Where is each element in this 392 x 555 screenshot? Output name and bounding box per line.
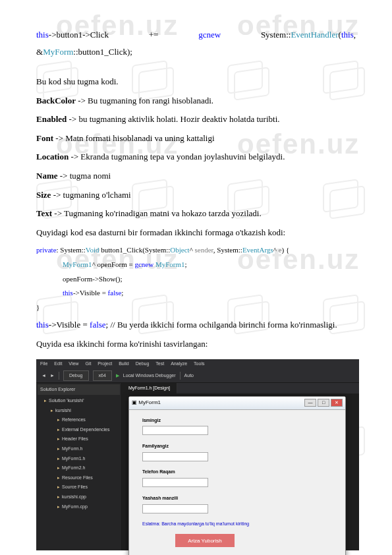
menu-tools[interactable]: Tools	[194, 360, 204, 368]
prop-text: Text -> Tugmaning ko'rinadigan matni va …	[36, 204, 356, 223]
code-block-line5: }	[36, 302, 356, 314]
tree-item[interactable]: ▸kursishi	[38, 406, 120, 416]
kw-this: this	[63, 289, 73, 297]
kw-gcnew: gcnew	[134, 260, 154, 268]
type-myform: MyForm	[43, 47, 73, 57]
auto-label: Auto	[184, 372, 194, 380]
kw-private: private	[36, 246, 57, 254]
tree-item[interactable]: ▸Solution 'kursishi'	[38, 396, 120, 406]
platform-dropdown[interactable]: x64	[93, 370, 112, 382]
nav-fwd-icon[interactable]: ►	[50, 372, 55, 380]
type-void: Void	[86, 246, 99, 254]
code-text: ->Visible =	[49, 320, 90, 330]
maximize-button[interactable]: □	[318, 399, 329, 407]
code-text: System::	[261, 30, 291, 40]
code-line-1: this->button1->Click += gcnew System::Ev…	[36, 26, 356, 44]
solution-explorer-title: Solution Explorer	[38, 384, 120, 395]
tree-item[interactable]: ▸kursishi.cpp	[38, 492, 120, 502]
tree-item[interactable]: ▸Resource Files	[38, 473, 120, 483]
paragraph-3: Quyida esa ikkinchi forma ko'rinishi tas…	[36, 335, 356, 354]
code-text: ->Visible =	[73, 289, 108, 297]
vs-toolbar: ◄ ► Debug x64 ▶ Local Windows Debugger A…	[36, 370, 359, 383]
type-object: Object	[170, 246, 189, 254]
menu-project[interactable]: Project	[98, 360, 112, 368]
menu-analyze[interactable]: Analyze	[171, 360, 187, 368]
kw-this: this	[36, 30, 49, 40]
prop-desc: -> Ekranda tugmaning tepa va yondan joyl…	[69, 152, 285, 161]
code-text: ->button1->Click	[49, 30, 109, 40]
code-text: ,	[354, 30, 356, 40]
winform-title-text: ▣ MyForm1	[132, 398, 161, 407]
nav-back-icon[interactable]: ◄	[42, 372, 46, 380]
type-eventargs: EventArgs	[242, 246, 273, 254]
tree-item[interactable]: ▸External Dependencies	[38, 425, 120, 435]
prop-font: Font -> Matn formati hisoblanadi va unin…	[36, 129, 356, 148]
tab-myform1-design[interactable]: MyForm1.h [Design]	[122, 383, 177, 394]
config-dropdown[interactable]: Debug	[63, 370, 89, 382]
paragraph-2: Quyidagi kod esa dasturni bir formadan i…	[36, 223, 356, 243]
input-surname[interactable]	[142, 452, 208, 461]
code-text: ;	[121, 289, 123, 297]
prop-desc: -> tugma nomi	[58, 171, 111, 181]
menu-edit[interactable]: Edit	[54, 360, 62, 368]
comment-text: ; // Bu yerda ikkichi forma ochilganda b…	[106, 320, 337, 330]
prop-name-prop: Name -> tugma nomi	[36, 167, 356, 186]
prop-name: Location	[36, 152, 69, 161]
code-text: ^ openForm =	[92, 260, 135, 268]
minimize-button[interactable]: —	[304, 399, 316, 407]
code-text: ;	[185, 260, 187, 268]
prop-location: Location -> Ekranda tugmaning tepa va yo…	[36, 148, 356, 167]
input-address[interactable]	[142, 504, 208, 513]
code-text: , System::	[213, 246, 242, 254]
prop-name: BackColor	[36, 96, 76, 105]
prop-enabled: Enabled -> bu tugmaning aktivlik holati.…	[36, 110, 356, 129]
prop-desc: -> tugmaning o'lchami	[51, 190, 130, 200]
code-line-2: &MyForm::button1_Click);	[36, 44, 356, 61]
menu-git[interactable]: Git	[85, 360, 91, 368]
code-text: button1_Click(System::	[99, 246, 170, 254]
run-button[interactable]: Local Windows Debugger	[123, 372, 176, 380]
menu-test[interactable]: Test	[155, 360, 164, 368]
document-body: this->button1->Click += gcnew System::Ev…	[0, 0, 392, 555]
tree-item[interactable]: ▸Header Files	[38, 434, 120, 444]
code-text: ^	[273, 246, 279, 254]
type-myform1: MyForm1	[63, 260, 92, 268]
code-block-line4: this->Visible = false;	[36, 287, 356, 299]
input-name[interactable]	[142, 426, 208, 435]
tree-item[interactable]: ▸MyForm2.h	[38, 463, 120, 473]
designer-area: MyForm1.h [Design] ▣ MyForm1 — □ ✕ Ismin…	[122, 383, 359, 550]
prop-size: Size -> tugmaning o'lchami	[36, 186, 356, 205]
close-button[interactable]: ✕	[331, 399, 343, 407]
paragraph: Bu kod shu tugma kodi.	[36, 73, 356, 92]
label-address: Yashash manzili	[142, 494, 332, 503]
tree-item[interactable]: ▸MyForm.h	[38, 444, 120, 454]
label-name: Ismingiz	[142, 417, 332, 425]
menu-file[interactable]: File	[40, 360, 47, 368]
winform-body: Ismingiz Familyangiz Telefon Raqam	[129, 410, 345, 554]
code-text: ^	[190, 246, 195, 254]
type-myform1: MyForm1	[155, 260, 185, 268]
editor-tabs: MyForm1.h [Design]	[122, 383, 359, 394]
prop-name: Name	[36, 171, 58, 181]
prop-desc: -> Tugmaning ko'rinadigan matni va hokaz…	[52, 208, 262, 218]
tree-item[interactable]: ▸MyForm.cpp	[38, 502, 120, 512]
prop-desc: -> bu tugmaning aktivlik holati. Hozir d…	[67, 114, 279, 124]
tree-item[interactable]: ▸References	[38, 415, 120, 425]
tree-item[interactable]: ▸MyForm1.h	[38, 454, 120, 464]
run-icon[interactable]: ▶	[116, 372, 119, 380]
label-surname: Familyangiz	[142, 442, 332, 451]
prop-desc: -> Matn formati hisoblanadi va uning kat…	[53, 133, 215, 143]
type-eventhandler: EventHandler	[291, 30, 338, 40]
menu-view[interactable]: View	[69, 360, 78, 368]
submit-button[interactable]: Ariza Yuborish	[175, 534, 235, 547]
code-text: ::button1_Click);	[73, 47, 132, 57]
code-block-line2: MyForm1^ openForm = gcnew MyForm1;	[36, 259, 356, 271]
menu-debug[interactable]: Debug	[136, 360, 150, 368]
tree-item[interactable]: ▸Source Files	[38, 482, 120, 492]
param-sender: sender	[195, 246, 213, 254]
kw-this: this	[36, 320, 49, 330]
menu-build[interactable]: Build	[119, 360, 129, 368]
prop-desc: -> Bu tugmaning fon rangi hisoblanadi.	[76, 96, 213, 105]
kw-false: false	[90, 320, 106, 330]
input-phone[interactable]	[142, 478, 208, 487]
